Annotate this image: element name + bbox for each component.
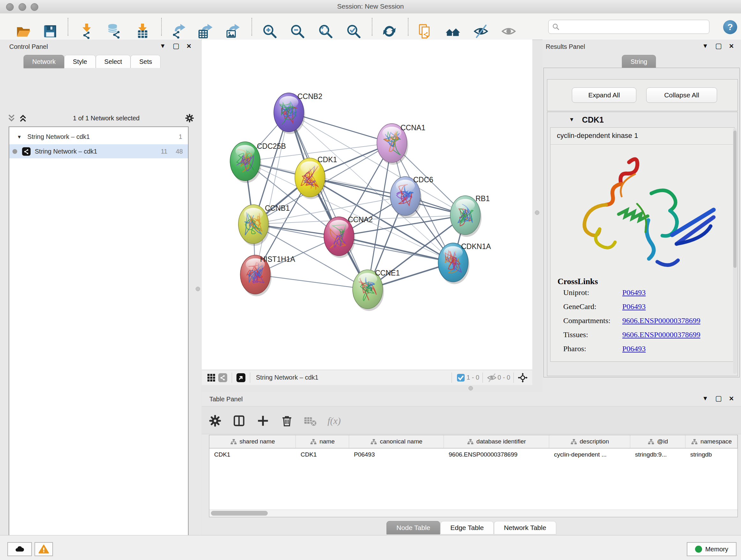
network-graph[interactable]: CCNB2CCNA1CDC25BCDK1CDC6RB1CCNB1CCNA2CDK… [202,40,532,370]
network-canvas[interactable]: CCNB2CCNA1CDC25BCDK1CDC6RB1CCNB1CCNA2CDK… [202,40,532,370]
zoom-in-button[interactable] [261,22,279,40]
share-view-icon[interactable] [217,372,228,383]
expand-all-button[interactable]: Expand All [572,87,636,103]
tab-network[interactable]: Network [23,55,64,68]
open-session-button[interactable] [14,22,32,40]
show-columns-button[interactable] [230,412,248,429]
column-header-shared-name[interactable]: shared name [209,435,296,448]
table-panel-title: Table Panel [209,395,243,403]
delete-columns-button[interactable] [278,412,295,429]
table-row[interactable]: CDK1CDK1P064939606.ENSP00000378699cyclin… [209,449,738,461]
table-settings-gear-button[interactable] [206,412,224,429]
import-network-from-file-button[interactable] [78,22,96,40]
pan-crosshair-icon[interactable] [517,372,529,383]
panel-close-icon[interactable]: ✕ [729,43,734,50]
table-cell[interactable]: stringdb:9... [630,449,685,461]
cloud-button[interactable] [7,542,32,556]
edge-CCNB2-CCNE1[interactable] [289,112,367,289]
panel-float-icon[interactable]: ▢ [715,42,722,50]
crosslink-label: Uniprot: [563,288,622,297]
search-input[interactable] [560,23,709,30]
tab-edge-table[interactable]: Edge Table [441,521,494,535]
zoom-out-button[interactable] [288,22,307,40]
node-CDK1[interactable] [295,158,326,199]
entry-disclosure-icon[interactable]: ▼ [569,117,575,123]
table-cell[interactable]: 9606.ENSP00000378699 [444,449,549,461]
tab-network-table[interactable]: Network Table [494,521,556,535]
create-column-button[interactable] [254,412,272,429]
expand-all-icon[interactable] [17,112,29,124]
birdseye-view-icon[interactable] [235,372,247,383]
crosslink-link[interactable]: 9606.ENSP00000378699 [622,316,700,325]
hidden-eye-icon[interactable] [486,372,497,383]
show-all-button[interactable] [500,22,518,40]
help-button[interactable]: ? [723,20,737,34]
panel-close-icon[interactable]: ✕ [186,43,192,50]
panel-collapse-icon[interactable]: ▼ [702,43,708,50]
search-field[interactable] [548,20,710,34]
warnings-button[interactable] [35,542,53,556]
crosslink-link[interactable]: P06493 [622,345,646,353]
collapse-all-icon[interactable] [6,112,17,124]
left-splitter-handle[interactable] [196,287,200,291]
table-cell[interactable]: stringdb [685,449,738,461]
export-table-button[interactable] [197,22,215,40]
gene-description: cyclin-dependent kinase 1 [550,128,734,145]
hide-selected-button[interactable] [472,22,490,40]
tab-style[interactable]: Style [64,55,95,68]
zoom-selected-button[interactable] [345,22,362,40]
edge-HIST1H1A-CCNE1[interactable] [255,274,367,289]
network-tree-row[interactable]: String Network – cdk1 11 48 [9,144,188,159]
column-header--id[interactable]: @id [630,435,685,448]
crosslink-row: Compartments: 9606.ENSP00000378699 [563,316,734,325]
edge-CCNB2-HIST1H1A[interactable] [255,112,289,274]
crosslink-link[interactable]: P06493 [622,288,646,297]
export-network-button[interactable] [170,22,188,40]
crosslink-link[interactable]: 9606.ENSP00000378699 [622,330,700,339]
column-header-namespace[interactable]: namespace [685,435,738,448]
tab-select[interactable]: Select [96,55,131,68]
node-label-CDK1: CDK1 [318,155,337,164]
selected-checkbox-icon[interactable] [455,372,467,383]
column-header-name[interactable]: name [296,435,349,448]
control-panel-controls: ▼ ▢ ✕ [159,40,192,52]
table-horizontal-scrollbar[interactable] [209,509,738,517]
memory-button[interactable]: Memory [687,542,737,556]
panel-close-icon[interactable]: ✕ [729,395,734,402]
save-session-button[interactable] [41,22,59,40]
tab-string[interactable]: String [622,55,656,68]
disclosure-triangle-icon[interactable]: ▼ [17,134,22,139]
network-tree-row[interactable]: ▼ String Network – cdk1 1 [9,130,188,144]
tab-node-table[interactable]: Node Table [387,521,440,535]
edge-CCNA2-CDKN1A[interactable] [339,236,453,262]
gene-entry: ▼ CDK1 cyclin-dependent kinase 1 [547,112,738,376]
zoom-fit-content-button[interactable] [317,22,334,40]
export-image-button[interactable] [224,22,242,40]
panel-float-icon[interactable]: ▢ [173,42,179,50]
panel-float-icon[interactable]: ▢ [715,394,722,402]
grid-view-icon[interactable] [205,372,217,383]
crosslink-link[interactable]: P06493 [622,302,646,311]
apply-preferred-layout-button[interactable] [381,22,398,40]
collection-count: 1 [179,133,182,140]
tab-sets[interactable]: Sets [131,55,160,68]
results-scrollbar[interactable] [733,128,737,374]
first-neighbors-button[interactable] [444,22,462,40]
right-splitter-handle[interactable] [535,210,539,215]
panel-collapse-icon[interactable]: ▼ [159,43,165,50]
table-cell[interactable]: CDK1 [296,449,349,461]
bottom-splitter-handle[interactable] [468,386,473,390]
column-header-database-identifier[interactable]: database identifier [444,435,549,448]
table-cell[interactable]: cyclin-dependent ... [549,449,630,461]
column-header-canonical-name[interactable]: canonical name [349,435,444,448]
string-results-container: Expand All Collapse All ▼ CDK1 cyclin-de… [543,68,740,377]
table-cell[interactable]: P06493 [349,449,444,461]
column-header-description[interactable]: description [549,435,630,448]
import-table-from-file-button[interactable] [134,22,151,40]
collapse-all-button[interactable]: Collapse All [646,87,717,103]
panel-collapse-icon[interactable]: ▼ [702,395,708,402]
import-network-from-database-button[interactable] [105,22,123,40]
clone-network-button[interactable] [416,22,434,40]
network-options-gear-icon[interactable] [184,112,195,124]
table-cell[interactable]: CDK1 [209,449,296,461]
